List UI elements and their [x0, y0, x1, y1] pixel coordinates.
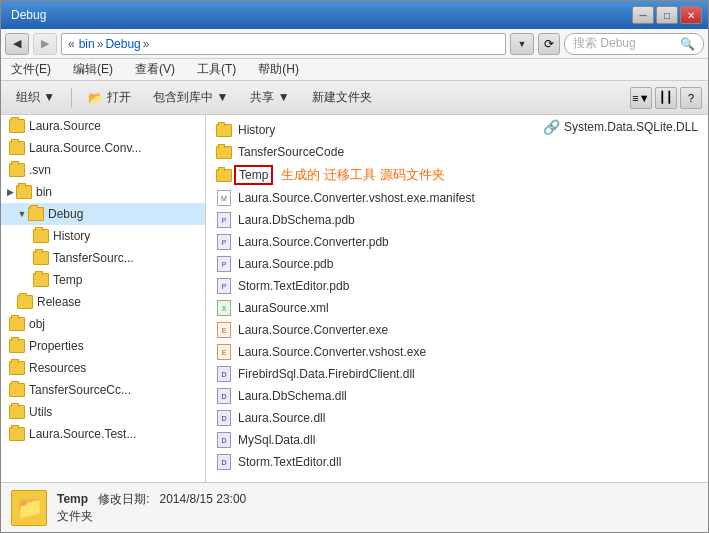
list-item-mysql-dll[interactable]: D MySql.Data.dll [210, 429, 704, 451]
minimize-button[interactable]: ─ [632, 6, 654, 24]
title-bar: Debug ─ □ ✕ [1, 1, 708, 29]
list-item-dbschema-pdb[interactable]: P Laura.DbSchema.pdb [210, 209, 704, 231]
folder-icon-transfersource-file [216, 144, 232, 160]
forward-button[interactable]: ▶ [33, 33, 57, 55]
sidebar-item-obj[interactable]: obj [1, 313, 205, 335]
status-type-label: 文件夹 [57, 509, 93, 523]
menu-edit[interactable]: 编辑(E) [67, 59, 119, 80]
list-item-laurasource-xml[interactable]: X LauraSource.xml [210, 297, 704, 319]
menu-tools[interactable]: 工具(T) [191, 59, 242, 80]
list-item-vshost-exe[interactable]: E Laura.Source.Converter.vshost.exe [210, 341, 704, 363]
new-folder-label: 新建文件夹 [312, 89, 372, 106]
window-controls: ─ □ ✕ [632, 6, 702, 24]
include-label: 包含到库中 ▼ [153, 89, 228, 106]
list-item-texteditor-pdb[interactable]: P Storm.TextEditor.pdb [210, 275, 704, 297]
folder-open-icon: 📂 [88, 91, 103, 105]
folder-icon-temp-file [216, 169, 232, 182]
menu-file[interactable]: 文件(E) [5, 59, 57, 80]
menu-view[interactable]: 查看(V) [129, 59, 181, 80]
expand-debug-icon: ▼ [17, 209, 27, 219]
folder-icon-temp [33, 273, 49, 287]
status-folder-icon: 📁 [11, 490, 47, 526]
path-debug: Debug [105, 37, 140, 51]
menu-help[interactable]: 帮助(H) [252, 59, 305, 80]
sidebar-item-history[interactable]: History [1, 225, 205, 247]
refresh-button[interactable]: ⟳ [538, 33, 560, 55]
sidebar-item-properties[interactable]: Properties [1, 335, 205, 357]
folder-icon-history-file [216, 122, 232, 138]
maximize-button[interactable]: □ [656, 6, 678, 24]
list-item-source-dll[interactable]: D Laura.Source.dll [210, 407, 704, 429]
status-info: Temp 修改日期: 2014/8/15 23:00 文件夹 [57, 491, 246, 525]
dll-icon-dbschema: D [216, 388, 232, 404]
list-item-firebird-dll[interactable]: D FirebirdSql.Data.FirebirdClient.dll [210, 363, 704, 385]
open-button[interactable]: 📂 打开 [79, 85, 140, 110]
folder-icon-tansfer [9, 383, 25, 397]
sidebar-item-release[interactable]: Release [1, 291, 205, 313]
address-bar: ◀ ▶ « bin » Debug » ▼ ⟳ 搜索 Debug 🔍 [1, 29, 708, 59]
sidebar-item-utils[interactable]: Utils [1, 401, 205, 423]
list-item-source-pdb[interactable]: P Laura.Source.pdb [210, 253, 704, 275]
folder-icon-bin [16, 185, 32, 199]
help-button[interactable]: ? [680, 87, 702, 109]
dll-icon-firebird: D [216, 366, 232, 382]
list-item-converter-pdb[interactable]: P Laura.Source.Converter.pdb [210, 231, 704, 253]
dropdown-button[interactable]: ▼ [510, 33, 534, 55]
share-button[interactable]: 共享 ▼ [241, 85, 298, 110]
status-modified-date: 2014/8/15 23:00 [160, 492, 247, 506]
path-bin: bin [79, 37, 95, 51]
folder-icon-svn [9, 163, 25, 177]
new-folder-button[interactable]: 新建文件夹 [303, 85, 381, 110]
view-mode-button[interactable]: ≡▼ [630, 87, 652, 109]
list-item-transfersource[interactable]: TansferSourceCode [210, 141, 704, 163]
organize-button[interactable]: 组织 ▼ [7, 85, 64, 110]
search-box[interactable]: 搜索 Debug 🔍 [564, 33, 704, 55]
close-button[interactable]: ✕ [680, 6, 702, 24]
exe-icon-converter: E [216, 322, 232, 338]
list-item-manifest[interactable]: M Laura.Source.Converter.vshost.exe.mani… [210, 187, 704, 209]
sidebar-item-resources[interactable]: Resources [1, 357, 205, 379]
sidebar-item-laura-test[interactable]: Laura.Source.Test... [1, 423, 205, 445]
back-button[interactable]: ◀ [5, 33, 29, 55]
shortcut-dll-icon: 🔗 [543, 119, 560, 135]
sidebar: Laura.Source Laura.Source.Conv... .svn ▶… [1, 115, 206, 482]
status-modified-label: 修改日期: [98, 492, 149, 506]
include-button[interactable]: 包含到库中 ▼ [144, 85, 237, 110]
folder-icon-laura-source-conv [9, 141, 25, 155]
sidebar-item-svn[interactable]: .svn [1, 159, 205, 181]
dll-icon-texteditor: D [216, 454, 232, 470]
main-area: Laura.Source Laura.Source.Conv... .svn ▶… [1, 115, 708, 482]
menu-bar: 文件(E) 编辑(E) 查看(V) 工具(T) 帮助(H) [1, 59, 708, 81]
list-item-texteditor-dll[interactable]: D Storm.TextEditor.dll [210, 451, 704, 473]
pdb-icon-texteditor: P [216, 278, 232, 294]
right-shortcut-area: 🔗 System.Data.SQLite.DLL [543, 119, 698, 135]
sidebar-item-bin[interactable]: ▶ bin [1, 181, 205, 203]
list-item-temp[interactable]: Temp 生成的 迁移工具 源码文件夹 [210, 163, 704, 187]
shortcut-dll-label: System.Data.SQLite.DLL [564, 120, 698, 134]
sidebar-item-laura-source[interactable]: Laura.Source [1, 115, 205, 137]
columns-button[interactable]: ┃┃ [655, 87, 677, 109]
folder-icon-resources [9, 361, 25, 375]
sidebar-item-transfersource[interactable]: TansferSourc... [1, 247, 205, 269]
sidebar-item-tansfer[interactable]: TansferSourceCc... [1, 379, 205, 401]
folder-icon-utils [9, 405, 25, 419]
sidebar-item-temp[interactable]: Temp [1, 269, 205, 291]
view-controls: ≡▼ ┃┃ ? [630, 87, 702, 109]
exe-icon-vshost: E [216, 344, 232, 360]
pdb-icon-dbschema: P [216, 212, 232, 228]
organize-label: 组织 ▼ [16, 89, 55, 106]
list-item-converter-exe[interactable]: E Laura.Source.Converter.exe [210, 319, 704, 341]
open-label: 打开 [107, 89, 131, 106]
address-path[interactable]: « bin » Debug » [61, 33, 506, 55]
temp-highlighted-box: Temp [234, 165, 273, 185]
search-placeholder: 搜索 Debug [573, 35, 636, 52]
list-item-dbschema-dll[interactable]: D Laura.DbSchema.dll [210, 385, 704, 407]
sidebar-item-laura-source-conv[interactable]: Laura.Source.Conv... [1, 137, 205, 159]
content-area: 🔗 System.Data.SQLite.DLL History Tansfer… [206, 115, 708, 482]
temp-annotation: 生成的 迁移工具 源码文件夹 [281, 166, 444, 184]
sidebar-item-debug[interactable]: ▼ Debug [1, 203, 205, 225]
toolbar: 组织 ▼ 📂 打开 包含到库中 ▼ 共享 ▼ 新建文件夹 ≡▼ ┃┃ ? [1, 81, 708, 115]
expand-bin-icon: ▶ [5, 187, 15, 197]
search-icon: 🔍 [680, 37, 695, 51]
folder-icon-debug [28, 207, 44, 221]
